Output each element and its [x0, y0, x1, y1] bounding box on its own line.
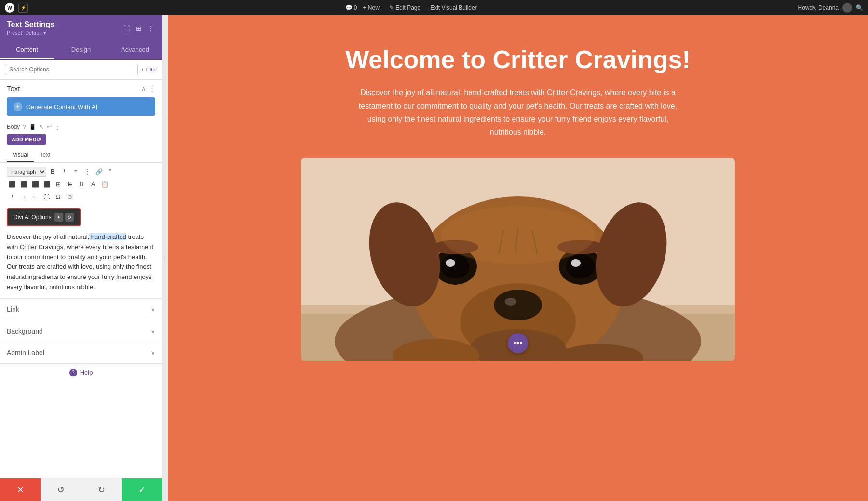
- help-tooltip-icon[interactable]: ?: [23, 124, 26, 130]
- top-bar-center: 💬 0 + New ✎ Edit Page Exit Visual Builde…: [34, 3, 792, 12]
- format-row-1: Paragraph Heading 1 Heading 2 B I ≡ ⋮ 🔗 …: [7, 167, 155, 177]
- body-toolbar: Body ? 📱 ↖ ↩ ⋮: [0, 122, 162, 134]
- undo-button[interactable]: ↺: [41, 478, 81, 501]
- howdy-label: Howdy, Deanna: [798, 4, 839, 11]
- more-options-icon[interactable]: ⋮: [147, 24, 155, 33]
- blockquote-button[interactable]: ": [105, 167, 116, 177]
- text-color-button[interactable]: A: [88, 179, 98, 190]
- admin-label-arrow-icon: ∨: [151, 349, 155, 356]
- svg-point-12: [566, 254, 595, 278]
- cancel-button[interactable]: ✕: [0, 478, 41, 501]
- cursor-icon[interactable]: ↖: [39, 124, 44, 130]
- sidebar-preset[interactable]: Preset: Default ▾: [7, 30, 54, 36]
- paragraph-select[interactable]: Paragraph Heading 1 Heading 2: [7, 167, 46, 177]
- bold-button[interactable]: B: [47, 167, 58, 177]
- background-arrow-icon: ∨: [151, 328, 155, 334]
- format-row-2: ⬛ ⬛ ⬛ ⬛ ⊞ S U A 📋: [7, 179, 155, 190]
- emoji-button[interactable]: ☺: [65, 192, 75, 202]
- wordpress-icon[interactable]: W: [5, 3, 14, 13]
- user-avatar[interactable]: [842, 3, 852, 13]
- ai-button-label: Generate Content With AI: [26, 103, 97, 111]
- section-header-icons: ∧ ⋮: [141, 85, 155, 92]
- cancel-icon: ✕: [17, 485, 24, 495]
- search-bar: + Filter: [0, 60, 162, 80]
- undo-icon: ↺: [57, 485, 65, 495]
- help-label[interactable]: Help: [80, 369, 93, 376]
- divi-ai-icons: ✦ ⚙: [54, 213, 74, 222]
- editor-tab-visual[interactable]: Visual: [7, 149, 34, 162]
- ordered-list-button[interactable]: ⋮: [82, 167, 93, 177]
- main-content: Welcome to Critter Cravings! Discover th…: [168, 15, 868, 501]
- collapse-icon[interactable]: ∧: [141, 85, 146, 92]
- dog-image-svg: [301, 158, 735, 361]
- admin-label-section-header[interactable]: Admin Label ∨: [0, 342, 162, 363]
- sidebar-tabs: Content Design Advanced: [0, 41, 162, 60]
- justify-button[interactable]: ⬛: [41, 179, 52, 190]
- italic2-button[interactable]: I: [7, 192, 17, 202]
- sidebar-header: Text Settings Preset: Default ▾ ⛶ ⊞ ⋮: [0, 15, 162, 41]
- italic-button[interactable]: I: [59, 167, 69, 177]
- ai-option-1-icon[interactable]: ✦: [54, 213, 63, 222]
- section-more-icon[interactable]: ⋮: [149, 85, 155, 92]
- sidebar-title: Text Settings: [7, 20, 54, 29]
- redo-button[interactable]: ↻: [81, 478, 122, 501]
- align-right-button[interactable]: ⬛: [30, 179, 41, 190]
- add-media-button[interactable]: ADD MEDIA: [7, 134, 46, 145]
- format-row-3: I → ← ⛶ Ω ☺: [7, 192, 155, 202]
- save-button[interactable]: ✓: [122, 478, 162, 501]
- editor-tabs: Visual Text: [0, 149, 162, 163]
- hero-title: Welcome to Critter Cravings!: [187, 44, 849, 74]
- dog-image-container: •••: [301, 158, 735, 361]
- fullscreen-editor-button[interactable]: ⛶: [41, 192, 52, 202]
- divi-icon[interactable]: ⚡: [18, 3, 28, 13]
- link-button[interactable]: 🔗: [94, 167, 104, 177]
- tab-content[interactable]: Content: [0, 41, 54, 59]
- undo-text-icon[interactable]: ↩: [47, 124, 52, 130]
- svg-point-7: [505, 298, 516, 306]
- tab-advanced[interactable]: Advanced: [108, 41, 162, 59]
- save-icon: ✓: [138, 485, 146, 495]
- strikethrough-button[interactable]: S: [65, 179, 75, 190]
- text-part1: Discover the joy of all-natural,: [7, 233, 89, 240]
- unordered-list-button[interactable]: ≡: [70, 167, 81, 177]
- link-section-header[interactable]: Link ∨: [0, 299, 162, 320]
- filter-button[interactable]: + Filter: [141, 67, 157, 72]
- mobile-icon[interactable]: 📱: [29, 124, 36, 130]
- floating-action-button[interactable]: •••: [508, 333, 528, 353]
- omega-button[interactable]: Ω: [53, 192, 64, 202]
- fullscreen-icon[interactable]: ⛶: [122, 24, 131, 33]
- more-toolbar-icon[interactable]: ⋮: [54, 124, 60, 130]
- tab-design[interactable]: Design: [54, 41, 108, 59]
- body-label: Body: [7, 124, 20, 130]
- search-input[interactable]: [5, 64, 138, 75]
- indent-button[interactable]: →: [18, 192, 29, 202]
- background-section: Background ∨: [0, 320, 162, 342]
- background-section-header[interactable]: Background ∨: [0, 320, 162, 342]
- top-bar: W ⚡ 💬 0 + New ✎ Edit Page Exit Visual Bu…: [0, 0, 868, 15]
- generate-ai-button[interactable]: ✦ Generate Content With AI: [7, 97, 155, 116]
- sidebar-header-icons: ⛶ ⊞ ⋮: [122, 24, 155, 33]
- outdent-button[interactable]: ←: [30, 192, 41, 202]
- svg-point-18: [441, 206, 595, 264]
- text-editor-content[interactable]: Discover the joy of all-natural, hand-cr…: [0, 230, 162, 298]
- exit-builder-button[interactable]: Exit Visual Builder: [426, 3, 481, 12]
- text-selected: hand-crafted: [89, 233, 126, 240]
- table-button[interactable]: ⊞: [53, 179, 64, 190]
- underline-button[interactable]: U: [76, 179, 87, 190]
- divi-ai-popup: Divi AI Options ✦ ⚙: [7, 208, 155, 226]
- editor-tab-text[interactable]: Text: [34, 149, 56, 162]
- columns-icon[interactable]: ⊞: [135, 24, 143, 33]
- comment-count[interactable]: 💬 0: [345, 4, 357, 11]
- redo-icon: ↻: [98, 485, 105, 495]
- align-center-button[interactable]: ⬛: [18, 179, 29, 190]
- new-button[interactable]: + New: [359, 3, 383, 12]
- edit-page-button[interactable]: ✎ Edit Page: [385, 3, 424, 12]
- text-section-header[interactable]: Text ∧ ⋮: [0, 80, 162, 97]
- search-top-icon[interactable]: 🔍: [856, 4, 863, 11]
- ai-option-2-icon[interactable]: ⚙: [65, 213, 74, 222]
- main-layout: Text Settings Preset: Default ▾ ⛶ ⊞ ⋮ Co…: [0, 15, 868, 501]
- paste-button[interactable]: 📋: [99, 179, 110, 190]
- resize-handle[interactable]: ⋮: [162, 15, 168, 501]
- exit-builder-label: Exit Visual Builder: [430, 4, 477, 11]
- align-left-button[interactable]: ⬛: [7, 179, 17, 190]
